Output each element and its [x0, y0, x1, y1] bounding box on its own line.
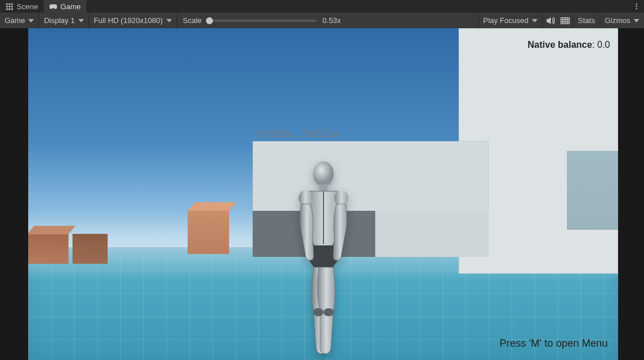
camera-dropdown[interactable]: Game: [0, 13, 39, 28]
native-balance-value: 0.0: [597, 40, 610, 50]
gizmos-label: Gizmos: [605, 16, 630, 25]
native-balance-caption: Native balance: [528, 40, 592, 50]
tab-game[interactable]: Game: [44, 0, 86, 13]
scale-label: Scale: [183, 16, 202, 25]
tab-scene[interactable]: Scene: [0, 0, 44, 13]
menu-hint: Press 'M' to open Menu: [500, 338, 608, 350]
scene-cube-b: [73, 234, 108, 264]
scene-doorway: [567, 151, 618, 229]
display-dropdown-label: Display 1: [44, 16, 74, 25]
scene-cube-a: [28, 234, 68, 264]
viewport-container: 0x552c...7b351e: [0, 28, 644, 360]
chevron-down-icon: [166, 18, 172, 24]
player-character: [286, 158, 361, 360]
chevron-down-icon: [28, 18, 34, 24]
tab-scene-label: Scene: [17, 2, 38, 11]
svg-rect-5: [319, 184, 327, 191]
chevron-down-icon: [532, 18, 538, 24]
speaker-icon: [546, 16, 555, 25]
game-toolbar: Game Display 1 Full HD (1920x1080) Scale…: [0, 13, 644, 28]
tab-bar: Scene Game: [0, 0, 644, 13]
aspect-grid-button[interactable]: [558, 13, 573, 28]
play-mode-label: Play Focused: [483, 16, 529, 25]
display-dropdown[interactable]: Display 1: [39, 13, 88, 28]
svg-point-8: [313, 308, 323, 316]
scene-cube-c: [188, 211, 229, 254]
resolution-dropdown[interactable]: Full HD (1920x1080): [89, 13, 177, 28]
stats-button[interactable]: Stats: [573, 13, 600, 28]
grid-icon: [6, 3, 13, 10]
tab-options-button[interactable]: [631, 0, 642, 13]
svg-point-9: [323, 308, 334, 316]
svg-point-0: [636, 3, 637, 5]
gamepad-icon: [49, 3, 57, 10]
chevron-down-icon: [78, 18, 84, 24]
toolbar-right: Play Focused Stats Gizmos: [479, 13, 644, 28]
mute-audio-button[interactable]: [543, 13, 558, 28]
tab-game-label: Game: [60, 2, 81, 11]
player-address-label: 0x552c...7b351e: [258, 128, 340, 140]
keypad-icon: [561, 16, 570, 25]
game-view[interactable]: 0x552c...7b351e: [28, 28, 618, 360]
camera-dropdown-label: Game: [5, 16, 25, 25]
chevron-down-icon: [634, 18, 639, 24]
svg-point-4: [313, 161, 334, 187]
gizmos-dropdown[interactable]: Gizmos: [600, 13, 644, 28]
stats-label: Stats: [578, 16, 595, 25]
scale-slider-thumb[interactable]: [206, 17, 213, 24]
scale-control: Scale 0.53x: [177, 13, 478, 28]
play-mode-dropdown[interactable]: Play Focused: [479, 13, 543, 28]
resolution-dropdown-label: Full HD (1920x1080): [94, 16, 163, 25]
svg-point-1: [636, 6, 637, 7]
scale-value: 0.53x: [322, 16, 349, 25]
native-balance-label: Native balance: 0.0: [528, 40, 610, 50]
scale-slider[interactable]: [207, 20, 317, 22]
svg-point-2: [636, 8, 637, 9]
